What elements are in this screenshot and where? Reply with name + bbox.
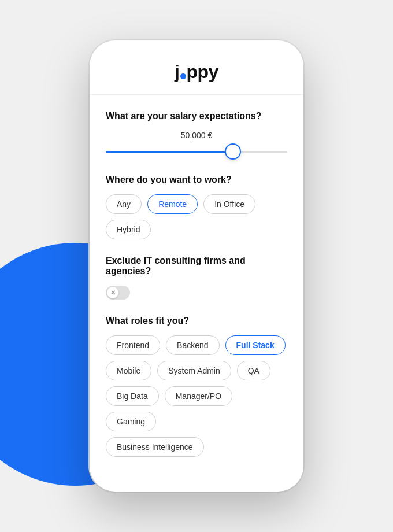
chip-in-office[interactable]: In Office [203, 194, 255, 214]
work-location-title: Where do you want to work? [106, 175, 287, 185]
chip-manager[interactable]: Manager/PO [165, 386, 232, 406]
toggle-knob: ✕ [107, 287, 118, 298]
logo-area: jppy [90, 40, 303, 95]
slider-fill [106, 151, 233, 153]
exclude-toggle[interactable]: ✕ [106, 286, 130, 300]
chip-qa[interactable]: QA [237, 361, 270, 380]
roles-chips-row2: Mobile System Admin QA [106, 361, 287, 380]
chip-mobile[interactable]: Mobile [106, 361, 151, 380]
logo-dot [180, 73, 186, 79]
chip-bigdata[interactable]: Big Data [106, 386, 159, 406]
chip-fullstack[interactable]: Full Stack [225, 335, 286, 355]
salary-title: What are your salary expectations? [106, 111, 287, 121]
salary-section: What are your salary expectations? 50,00… [106, 111, 287, 158]
chip-backend[interactable]: Backend [166, 335, 219, 355]
chip-remote[interactable]: Remote [147, 194, 198, 214]
roles-chips-row3: Big Data Manager/PO Gaming [106, 386, 287, 431]
chip-sysadmin[interactable]: System Admin [157, 361, 231, 380]
app-logo: jppy [175, 61, 218, 83]
toggle-x-icon: ✕ [110, 289, 116, 297]
phone-frame: jppy What are your salary expectations? … [90, 40, 303, 492]
chip-frontend[interactable]: Frontend [106, 335, 160, 355]
work-location-chips-row2: Hybrid [106, 220, 287, 239]
exclude-toggle-container: ✕ [106, 286, 287, 300]
roles-section: What roles fit you? Frontend Backend Ful… [106, 316, 287, 457]
roles-title: What roles fit you? [106, 316, 287, 326]
chip-bi[interactable]: Business Intelligence [106, 437, 204, 457]
work-location-chips: Any Remote In Office [106, 194, 287, 214]
chip-gaming[interactable]: Gaming [106, 412, 156, 431]
exclude-section: Exclude IT consulting firms and agencies… [106, 256, 287, 300]
exclude-title: Exclude IT consulting firms and agencies… [106, 256, 287, 276]
slider-thumb[interactable] [225, 143, 241, 160]
salary-value: 50,000 € [106, 131, 287, 140]
work-location-section: Where do you want to work? Any Remote In… [106, 175, 287, 239]
roles-chips-row1: Frontend Backend Full Stack [106, 335, 287, 355]
roles-chips-row4: Business Intelligence [106, 437, 287, 457]
content-area: What are your salary expectations? 50,00… [90, 95, 303, 492]
salary-slider[interactable] [106, 145, 287, 158]
chip-hybrid[interactable]: Hybrid [106, 220, 151, 239]
chip-any[interactable]: Any [106, 194, 142, 214]
